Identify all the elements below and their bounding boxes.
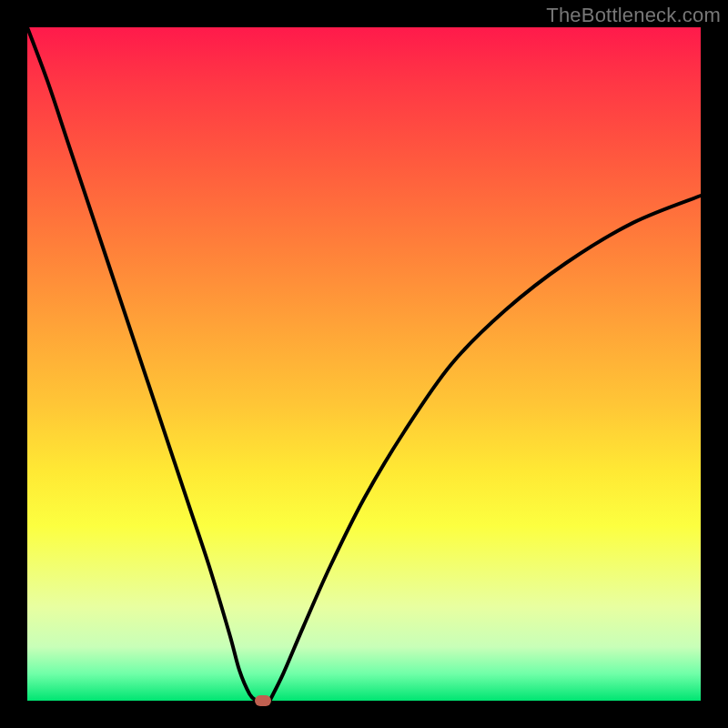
curve-left-branch (27, 27, 257, 701)
plot-area (27, 27, 701, 701)
bottleneck-curve (27, 27, 701, 701)
optimal-point-marker (255, 695, 271, 706)
watermark-text: TheBottleneck.com (546, 4, 721, 27)
chart-frame: TheBottleneck.com (0, 0, 728, 728)
curve-right-branch (269, 196, 701, 701)
